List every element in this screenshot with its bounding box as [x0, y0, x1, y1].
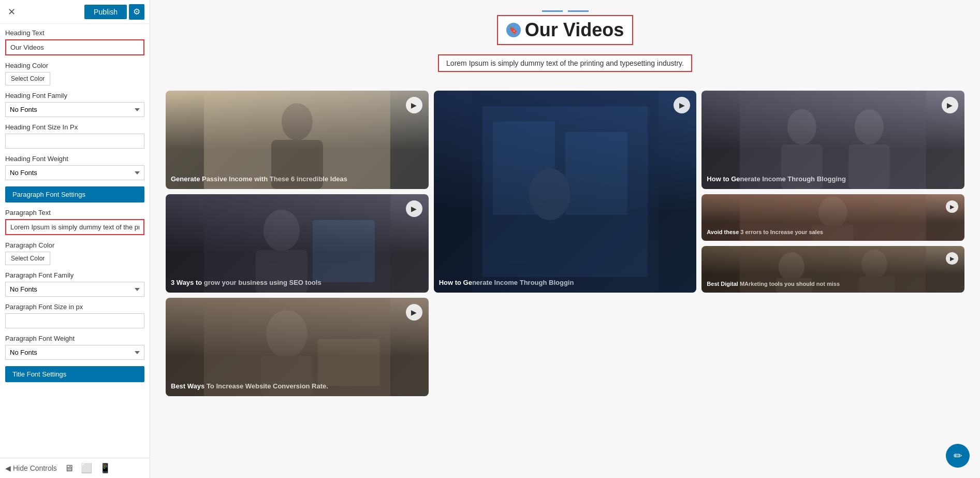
paragraph-font-family-label: Paragraph Font Family	[5, 271, 144, 279]
heading-text-input[interactable]	[5, 39, 144, 55]
right-content: 🔖 Our Videos Lorem Ipsum is simply dummy…	[150, 0, 980, 478]
title-font-settings-button[interactable]: Title Font Settings	[5, 366, 144, 382]
heading-font-weight-label: Heading Font Weight	[5, 155, 144, 163]
heading-display: Our Videos	[525, 19, 624, 41]
video-card-2[interactable]: ▶ How to Generate Income Through Bloggin	[434, 91, 697, 293]
heading-font-family-group: Heading Font Family No Fonts	[5, 92, 144, 117]
paragraph-select-color-button[interactable]: Select Color	[5, 252, 50, 265]
svg-point-9	[787, 109, 816, 144]
publish-area: Publish ⚙	[84, 4, 144, 20]
heading-select-color-button[interactable]: Select Color	[5, 72, 50, 85]
mobile-icon: 📱	[99, 463, 111, 473]
hide-controls-label: Hide Controls	[13, 464, 57, 472]
svg-rect-15	[256, 250, 308, 293]
paragraph-font-family-group: Paragraph Font Family No Fonts	[5, 271, 144, 297]
mobile-view-button[interactable]: 📱	[99, 462, 111, 474]
heading-icon: 🔖	[506, 23, 521, 37]
video-card-7[interactable]: ▶ Best Ways To Increase Website Conversi…	[166, 298, 429, 396]
svg-rect-10	[781, 144, 823, 189]
paragraph-wrapper: Lorem Ipsum is simply dummy text of the …	[438, 54, 692, 72]
svg-rect-16	[313, 220, 375, 282]
heading-font-family-select[interactable]: No Fonts	[5, 102, 144, 117]
paragraph-font-size-group: Paragraph Font Size in px	[5, 303, 144, 328]
arrow-left-icon: ◀	[5, 464, 11, 472]
heading-font-size-label: Heading Font Size In Px	[5, 123, 144, 131]
fab-button[interactable]: ✏	[946, 444, 970, 468]
heading-font-size-group: Heading Font Size In Px	[5, 123, 144, 149]
desktop-icon: 🖥	[64, 463, 74, 473]
svg-point-14	[264, 210, 300, 251]
publish-button[interactable]: Publish	[84, 5, 127, 19]
top-bar: ✕ Publish ⚙	[0, 0, 150, 24]
tablet-view-button[interactable]: ⬜	[81, 462, 92, 474]
heading-font-family-label: Heading Font Family	[5, 92, 144, 99]
paragraph-text-group: Paragraph Text	[5, 209, 144, 235]
middle-bottom-stack: ▶ Avoid these 3 errors to Increase your …	[701, 194, 964, 293]
paragraph-font-weight-group: Paragraph Font Weight No Fonts	[5, 335, 144, 360]
heading-text-label: Heading Text	[5, 29, 144, 37]
section-header: 🔖 Our Videos Lorem Ipsum is simply dummy…	[166, 10, 964, 80]
video-card-5[interactable]: ▶ Avoid these 3 errors to Increase your …	[701, 194, 964, 241]
svg-rect-27	[261, 356, 313, 396]
close-button[interactable]: ✕	[5, 6, 18, 18]
svg-rect-24	[859, 276, 895, 293]
video-card-1[interactable]: ▶ Generate Passive Income with These 6 i…	[166, 91, 429, 189]
heading-color-group: Heading Color Select Color	[5, 62, 144, 85]
paragraph-font-settings-button[interactable]: Paragraph Font Settings	[5, 186, 144, 202]
svg-rect-12	[849, 144, 890, 189]
svg-point-26	[266, 310, 308, 358]
heading-text-group: Heading Text	[5, 29, 144, 55]
bottom-bar: ◀ Hide Controls 🖥 ⬜ 📱	[0, 458, 150, 478]
video-card-6[interactable]: ▶ Best Digital MArketing tools you shoul…	[701, 246, 964, 293]
paragraph-font-weight-select[interactable]: No Fonts	[5, 345, 144, 360]
svg-rect-2	[271, 140, 323, 189]
heading-color-label: Heading Color	[5, 62, 144, 69]
decorator-line-left	[542, 10, 563, 12]
svg-point-18	[818, 197, 847, 228]
left-panel: ✕ Publish ⚙ Heading Text Heading Color S…	[0, 0, 150, 478]
paragraph-color-label: Paragraph Color	[5, 241, 144, 249]
hide-controls-button[interactable]: ◀ Hide Controls	[5, 464, 57, 472]
svg-rect-6	[565, 132, 627, 215]
svg-rect-19	[812, 225, 854, 241]
paragraph-color-group: Paragraph Color Select Color	[5, 241, 144, 265]
paragraph-font-size-input[interactable]	[5, 313, 144, 328]
svg-point-23	[861, 250, 887, 279]
fab-icon: ✏	[954, 450, 962, 462]
paragraph-font-size-label: Paragraph Font Size in px	[5, 303, 144, 311]
tablet-icon: ⬜	[81, 463, 92, 473]
desktop-view-button[interactable]: 🖥	[64, 463, 74, 474]
svg-rect-8	[740, 91, 926, 189]
header-decorators	[166, 10, 964, 12]
paragraph-text-input[interactable]	[5, 219, 144, 235]
heading-font-size-input[interactable]	[5, 134, 144, 149]
heading-font-weight-group: Heading Font Weight No Fonts	[5, 155, 144, 180]
heading-wrapper: 🔖 Our Videos	[497, 15, 633, 45]
paragraph-display: Lorem Ipsum is simply dummy text of the …	[446, 59, 684, 67]
paragraph-font-weight-label: Paragraph Font Weight	[5, 335, 144, 342]
video-card-3[interactable]: ▶ How to Generate Income Through Bloggin…	[701, 91, 964, 189]
video-grid: ▶ Generate Passive Income with These 6 i…	[166, 91, 964, 396]
svg-point-11	[855, 109, 884, 144]
svg-rect-20	[740, 246, 926, 293]
decorator-line-right	[568, 10, 589, 12]
heading-font-weight-select[interactable]: No Fonts	[5, 165, 144, 180]
svg-rect-28	[318, 339, 380, 386]
gear-button[interactable]: ⚙	[129, 4, 144, 20]
svg-rect-22	[776, 278, 812, 293]
svg-point-1	[282, 103, 313, 140]
panel-scroll: Heading Text Heading Color Select Color …	[0, 24, 150, 458]
paragraph-font-family-select[interactable]: No Fonts	[5, 282, 144, 297]
paragraph-text-label: Paragraph Text	[5, 209, 144, 216]
svg-point-7	[529, 168, 570, 220]
bookmark-icon: 🔖	[509, 26, 518, 34]
svg-point-21	[779, 252, 805, 281]
video-card-4[interactable]: ▶ 3 Ways to grow your business using SEO…	[166, 194, 429, 293]
